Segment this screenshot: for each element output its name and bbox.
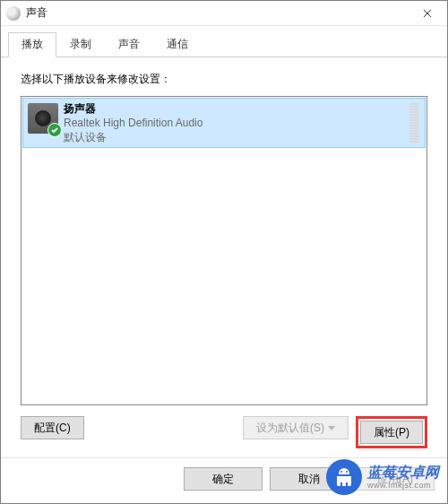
tab-strip: 播放 录制 声音 通信 (1, 26, 447, 57)
sound-app-icon (6, 6, 21, 21)
tab-playback[interactable]: 播放 (8, 32, 56, 57)
dialog-footer: 确定 取消 应用(A) (1, 457, 447, 503)
properties-highlight: 属性(P) (356, 416, 427, 448)
default-check-icon (47, 123, 62, 137)
tab-communications[interactable]: 通信 (153, 32, 202, 57)
configure-button[interactable]: 配置(C) (21, 416, 84, 439)
tab-sounds[interactable]: 声音 (105, 32, 153, 57)
set-default-button: 设为默认值(S) (243, 416, 349, 439)
device-text: 扬声器 Realtek High Definition Audio 默认设备 (64, 101, 404, 144)
ok-button[interactable]: 确定 (184, 467, 263, 491)
cancel-button[interactable]: 取消 (270, 467, 349, 491)
chevron-down-icon (328, 421, 335, 434)
tab-content: 选择以下播放设备来修改设置： 扬声器 Realtek High Definiti… (1, 57, 447, 457)
window-title: 声音 (26, 5, 408, 21)
tab-recording[interactable]: 录制 (56, 32, 105, 57)
device-status: 默认设备 (64, 130, 404, 144)
close-icon (423, 9, 432, 18)
titlebar: 声音 (1, 1, 447, 26)
properties-button[interactable]: 属性(P) (360, 421, 423, 444)
device-button-row: 配置(C) 设为默认值(S) 属性(P) (21, 416, 427, 448)
device-name: 扬声器 (64, 101, 404, 116)
sound-dialog: 声音 播放 录制 声音 通信 选择以下播放设备来修改设置： 扬声器 Realte… (0, 0, 448, 504)
close-button[interactable] (408, 1, 447, 26)
apply-button: 应用(A) (356, 467, 435, 491)
speaker-icon (28, 103, 58, 134)
device-driver: Realtek High Definition Audio (64, 116, 404, 130)
playback-device-list[interactable]: 扬声器 Realtek High Definition Audio 默认设备 (21, 96, 427, 405)
level-meter (409, 101, 420, 143)
device-item-speakers[interactable]: 扬声器 Realtek High Definition Audio 默认设备 (22, 98, 426, 148)
instruction-text: 选择以下播放设备来修改设置： (21, 72, 427, 87)
set-default-label: 设为默认值(S) (256, 421, 324, 436)
